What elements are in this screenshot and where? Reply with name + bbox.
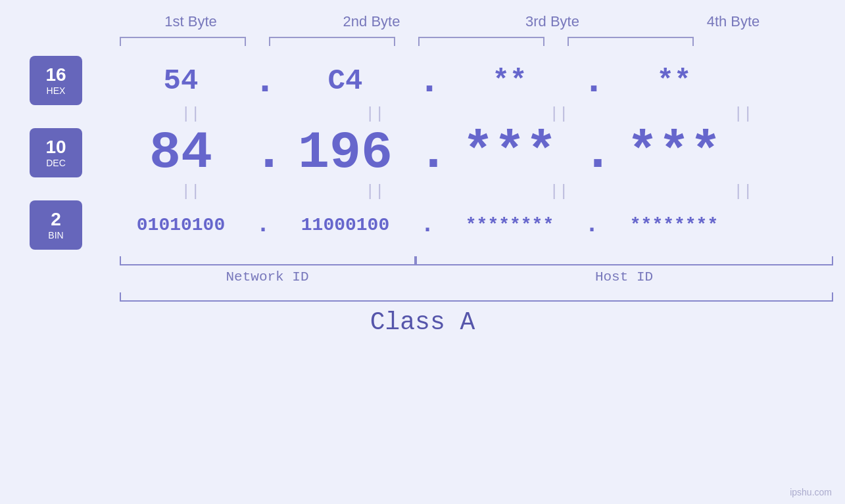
dec-val-3: *** bbox=[462, 123, 557, 183]
bin-byte-3: ******** bbox=[437, 215, 582, 235]
dot-hex-1: . bbox=[253, 58, 273, 103]
bin-row: 2 BIN 01010100 . 11000100 . ******** . *… bbox=[0, 200, 845, 250]
bin-values: 01010100 . 11000100 . ******** . *******… bbox=[109, 212, 845, 239]
hex-values: 54 . C4 . ** . ** bbox=[109, 58, 845, 103]
hex-badge: 16 HEX bbox=[30, 56, 82, 105]
dot-hex-2: . bbox=[418, 58, 437, 103]
main-container: 1st Byte 2nd Byte 3rd Byte 4th Byte 16 H… bbox=[0, 0, 845, 504]
sep-2-1: || bbox=[109, 183, 273, 200]
bin-label: BIN bbox=[48, 230, 63, 241]
watermark: ipshu.com bbox=[790, 487, 832, 497]
hex-byte-3: ** bbox=[437, 64, 582, 97]
byte-header-4: 4th Byte bbox=[661, 13, 806, 30]
dec-byte-2: 196 bbox=[273, 123, 418, 183]
dec-byte-4: *** bbox=[602, 123, 746, 183]
outer-bracket bbox=[120, 292, 833, 302]
sep-1-1: || bbox=[109, 105, 273, 123]
sep-2-4: || bbox=[661, 183, 825, 200]
top-brackets bbox=[120, 37, 833, 46]
top-bracket-3 bbox=[418, 37, 544, 46]
dot-bin-1: . bbox=[253, 212, 273, 239]
hex-val-4: ** bbox=[657, 64, 692, 97]
dot-dec-3: . bbox=[582, 123, 602, 183]
top-bracket-4 bbox=[567, 37, 694, 46]
hex-val-1: 54 bbox=[164, 64, 199, 97]
bin-val-4: ******** bbox=[630, 215, 718, 235]
bin-number: 2 bbox=[51, 210, 61, 230]
dec-byte-1: 84 bbox=[109, 123, 253, 183]
sep-1-4: || bbox=[661, 105, 825, 123]
id-labels-row: Network ID Host ID bbox=[120, 269, 833, 285]
byte-header-2: 2nd Byte bbox=[299, 13, 444, 30]
bottom-brackets bbox=[120, 256, 833, 265]
dot-dec-2: . bbox=[418, 123, 437, 183]
bin-byte-4: ******** bbox=[602, 215, 746, 235]
bin-val-1: 01010100 bbox=[137, 215, 225, 235]
dec-values: 84 . 196 . *** . *** bbox=[109, 123, 845, 183]
sep-1-2: || bbox=[293, 105, 457, 123]
bin-val-2: 11000100 bbox=[301, 215, 389, 235]
sep-2-3: || bbox=[477, 183, 641, 200]
dec-byte-3: *** bbox=[437, 123, 582, 183]
byte-header-1: 1st Byte bbox=[118, 13, 263, 30]
dot-dec-1: . bbox=[253, 123, 273, 183]
top-bracket-1 bbox=[120, 37, 246, 46]
hex-byte-1: 54 bbox=[109, 64, 253, 97]
dec-number: 10 bbox=[45, 137, 66, 158]
host-id-label: Host ID bbox=[416, 269, 833, 285]
dot-bin-2: . bbox=[418, 212, 437, 239]
network-bracket bbox=[120, 256, 416, 265]
sep-row-2: || || || || bbox=[0, 183, 845, 200]
hex-val-3: ** bbox=[493, 64, 527, 97]
bin-val-3: ******** bbox=[466, 215, 554, 235]
hex-row: 16 HEX 54 . C4 . ** . ** bbox=[0, 56, 845, 105]
dec-label: DEC bbox=[46, 158, 66, 168]
byte-header-3: 3rd Byte bbox=[480, 13, 625, 30]
hex-byte-4: ** bbox=[602, 64, 746, 97]
bin-byte-2: 11000100 bbox=[273, 215, 418, 235]
bin-badge: 2 BIN bbox=[30, 200, 82, 250]
sep-2-2: || bbox=[293, 183, 457, 200]
dec-val-2: 196 bbox=[298, 123, 393, 183]
host-bracket bbox=[416, 256, 833, 265]
sep-1-3: || bbox=[477, 105, 641, 123]
hex-label: HEX bbox=[47, 85, 66, 96]
byte-headers-row: 1st Byte 2nd Byte 3rd Byte 4th Byte bbox=[101, 13, 824, 30]
dec-badge: 10 DEC bbox=[30, 128, 82, 177]
hex-byte-2: C4 bbox=[273, 64, 418, 97]
network-id-label: Network ID bbox=[120, 269, 416, 285]
dot-bin-3: . bbox=[582, 212, 602, 239]
hex-number: 16 bbox=[45, 65, 66, 85]
sep-row-1: || || || || bbox=[0, 105, 845, 123]
top-bracket-2 bbox=[269, 37, 395, 46]
dot-hex-3: . bbox=[582, 58, 602, 103]
hex-val-2: C4 bbox=[328, 64, 363, 97]
class-label: Class A bbox=[0, 308, 845, 336]
dec-val-1: 84 bbox=[149, 123, 212, 183]
dec-row: 10 DEC 84 . 196 . *** . *** bbox=[0, 123, 845, 183]
bin-byte-1: 01010100 bbox=[109, 215, 253, 235]
dec-val-4: *** bbox=[627, 123, 721, 183]
